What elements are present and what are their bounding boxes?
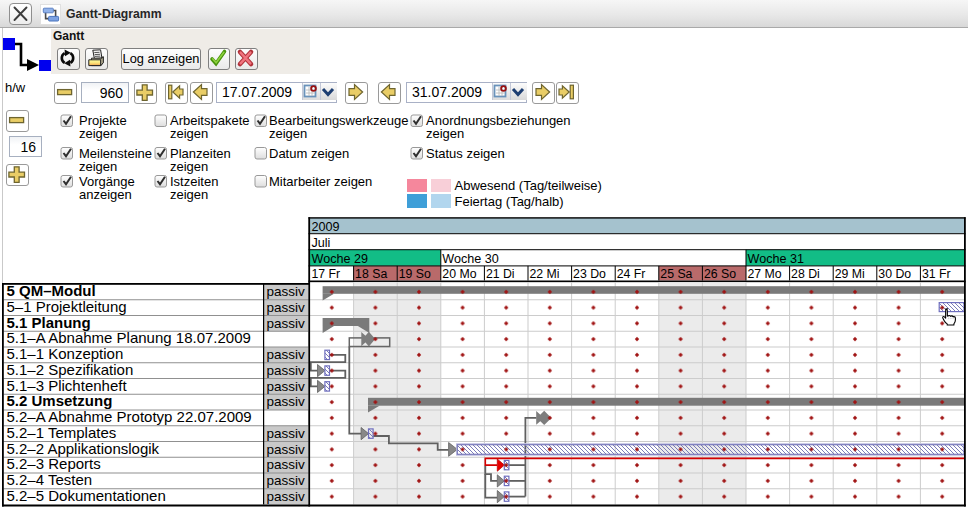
- svg-text:passiv: passiv: [267, 473, 306, 488]
- svg-text:passiv: passiv: [267, 489, 306, 504]
- svg-text:passiv: passiv: [267, 284, 306, 299]
- svg-text:18 Sa: 18 Sa: [355, 267, 387, 281]
- svg-text:21 Di: 21 Di: [486, 267, 515, 281]
- svg-text:5.1–1 Konzeption: 5.1–1 Konzeption: [7, 345, 124, 362]
- svg-text:30 Do: 30 Do: [878, 267, 911, 281]
- svg-text:5.2–4 Testen: 5.2–4 Testen: [7, 471, 93, 488]
- svg-text:passiv: passiv: [267, 379, 306, 394]
- svg-text:28 Di: 28 Di: [791, 267, 820, 281]
- svg-text:passiv: passiv: [267, 363, 306, 378]
- svg-text:passiv: passiv: [267, 347, 306, 362]
- svg-text:5.1–A Abnahme Planung 18.07.20: 5.1–A Abnahme Planung 18.07.2009: [7, 329, 251, 346]
- svg-text:17 Fr: 17 Fr: [312, 267, 341, 281]
- svg-text:25 Sa: 25 Sa: [660, 267, 692, 281]
- svg-text:24 Fr: 24 Fr: [617, 267, 646, 281]
- svg-text:passiv: passiv: [267, 457, 306, 472]
- svg-text:22 Mi: 22 Mi: [530, 267, 560, 281]
- svg-text:26 So: 26 So: [704, 267, 736, 281]
- svg-text:5.2–5 Dokumentationen: 5.2–5 Dokumentationen: [7, 487, 166, 504]
- svg-text:5.2–2 Applikationslogik: 5.2–2 Applikationslogik: [7, 440, 160, 457]
- svg-text:Woche 30: Woche 30: [442, 252, 498, 266]
- svg-text:5.1–2 Spezifikation: 5.1–2 Spezifikation: [7, 361, 134, 378]
- svg-text:5.1–3 Plichtenheft: 5.1–3 Plichtenheft: [7, 377, 128, 394]
- svg-text:29 Mi: 29 Mi: [835, 267, 865, 281]
- svg-text:5.2 Umsetzung: 5.2 Umsetzung: [7, 392, 113, 409]
- svg-text:23 Do: 23 Do: [573, 267, 606, 281]
- svg-text:5.2–3 Reports: 5.2–3 Reports: [7, 455, 101, 472]
- svg-text:2009: 2009: [312, 220, 340, 234]
- svg-text:31 Fr: 31 Fr: [922, 267, 951, 281]
- svg-text:5.1 Planung: 5.1 Planung: [7, 314, 91, 331]
- svg-text:Juli: Juli: [312, 236, 331, 250]
- svg-text:passiv: passiv: [267, 300, 306, 315]
- svg-text:passiv: passiv: [267, 394, 306, 409]
- svg-text:5.2–A Abnahme Prototyp 22.07.2: 5.2–A Abnahme Prototyp 22.07.2009: [7, 408, 252, 425]
- svg-text:passiv: passiv: [267, 426, 306, 441]
- svg-text:19 So: 19 So: [399, 267, 431, 281]
- svg-text:5–1 Projektleitung: 5–1 Projektleitung: [7, 298, 127, 315]
- svg-text:Woche 29: Woche 29: [312, 252, 368, 266]
- svg-text:5.2–1 Templates: 5.2–1 Templates: [7, 424, 117, 441]
- svg-text:passiv: passiv: [267, 442, 306, 457]
- svg-text:20 Mo: 20 Mo: [442, 267, 476, 281]
- svg-text:27 Mo: 27 Mo: [748, 267, 782, 281]
- svg-text:Woche 31: Woche 31: [748, 252, 804, 266]
- svg-text:passiv: passiv: [267, 316, 306, 331]
